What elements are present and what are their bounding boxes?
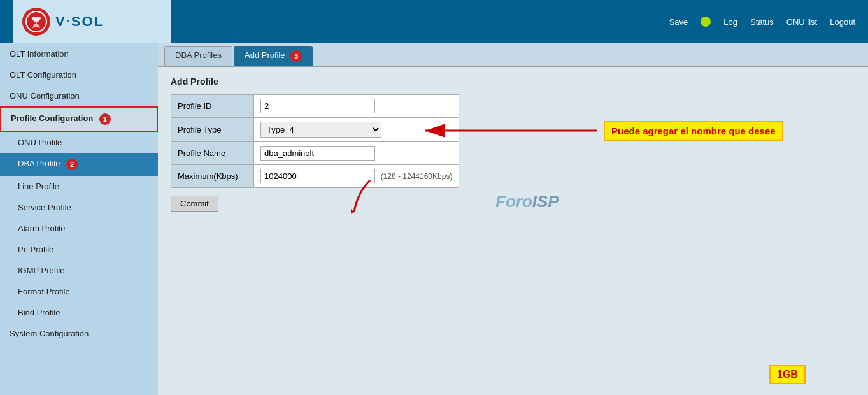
gb-label: 1GB — [769, 365, 806, 384]
main-content: DBA Profiles Add Profile 3 Add Profile P… — [158, 43, 868, 395]
status-link[interactable]: Status — [750, 17, 774, 27]
header: V·SOL Save Log Status ONU list Logout — [0, 0, 868, 43]
sidebar-item-onu-config[interactable]: ONU Configuration — [0, 85, 158, 106]
profile-form: Profile ID Profile Type Type_1 Type_2 Ty… — [171, 94, 459, 188]
tab-dba-profiles[interactable]: DBA Profiles — [164, 46, 232, 66]
logout-link[interactable]: Logout — [830, 17, 855, 27]
form-row-profile-name: Profile Name — [171, 142, 459, 165]
save-button[interactable]: Save — [669, 17, 688, 27]
sidebar-item-dba-profile[interactable]: DBA Profile 2 — [0, 153, 158, 176]
maximum-label: Maximum(Kbps) — [171, 165, 254, 188]
maximum-cell: (128 - 1244160Kbps) — [254, 165, 459, 188]
log-link[interactable]: Log — [723, 17, 737, 27]
header-actions: Save Log Status ONU list Logout — [669, 17, 855, 27]
sidebar-item-system-config[interactable]: System Configuration — [0, 323, 158, 344]
profile-id-label: Profile ID — [171, 95, 254, 118]
profile-config-badge: 1 — [99, 113, 111, 125]
dba-profile-badge: 2 — [66, 159, 78, 170]
sidebar-item-igmp-profile[interactable]: IGMP Profile — [0, 260, 158, 281]
sidebar: OLT Information OLT Configuration ONU Co… — [0, 43, 158, 395]
add-profile-badge: 3 — [290, 50, 302, 62]
sidebar-item-alarm-profile[interactable]: Alarm Profile — [0, 218, 158, 239]
sidebar-item-pri-profile[interactable]: Pri Profile — [0, 239, 158, 260]
form-row-maximum: Maximum(Kbps) (128 - 1244160Kbps) — [171, 165, 459, 188]
sidebar-item-olt-info[interactable]: OLT Information — [0, 43, 158, 64]
sidebar-item-olt-config[interactable]: OLT Configuration — [0, 64, 158, 85]
sidebar-item-format-profile[interactable]: Format Profile — [0, 281, 158, 302]
content-area: Add Profile Profile ID Profile Type Type… — [158, 67, 868, 221]
tab-add-profile[interactable]: Add Profile 3 — [234, 46, 313, 66]
sidebar-item-bind-profile[interactable]: Bind Profile — [0, 302, 158, 323]
sidebar-item-line-profile[interactable]: Line Profile — [0, 176, 158, 197]
profile-type-cell: Type_1 Type_2 Type_3 Type_4 Type_5 — [254, 118, 459, 142]
logo-area: V·SOL — [13, 0, 171, 43]
sidebar-item-onu-profile[interactable]: ONU Profile — [0, 132, 158, 153]
profile-id-cell — [254, 95, 459, 118]
sidebar-item-profile-config[interactable]: Profile Configuration 1 — [0, 106, 158, 132]
profile-type-select[interactable]: Type_1 Type_2 Type_3 Type_4 Type_5 — [260, 122, 381, 138]
maximum-hint: (128 - 1244160Kbps) — [378, 172, 453, 181]
sidebar-item-service-profile[interactable]: Service Profile — [0, 197, 158, 218]
profile-type-label: Profile Type — [171, 118, 254, 142]
main-layout: OLT Information OLT Configuration ONU Co… — [0, 43, 868, 395]
status-indicator — [701, 17, 711, 27]
profile-name-label: Profile Name — [171, 142, 254, 165]
logo-text: V·SOL — [55, 13, 104, 30]
section-title: Add Profile — [171, 76, 855, 87]
profile-name-input[interactable] — [260, 146, 375, 161]
maximum-input[interactable] — [260, 169, 375, 183]
logo-icon — [22, 8, 50, 36]
profile-name-cell — [254, 142, 459, 165]
onu-list-link[interactable]: ONU list — [786, 17, 817, 27]
tab-bar: DBA Profiles Add Profile 3 — [158, 43, 868, 67]
commit-button[interactable]: Commit — [171, 196, 218, 212]
profile-id-input[interactable] — [260, 99, 375, 113]
annotation-text: Puede agregar el nombre que desee — [604, 121, 783, 141]
form-row-profile-type: Profile Type Type_1 Type_2 Type_3 Type_4… — [171, 118, 459, 142]
annotation-arrow-area: Puede agregar el nombre que desee — [419, 119, 783, 142]
watermark: ForoISP — [495, 191, 559, 212]
form-row-profile-id: Profile ID — [171, 95, 459, 118]
